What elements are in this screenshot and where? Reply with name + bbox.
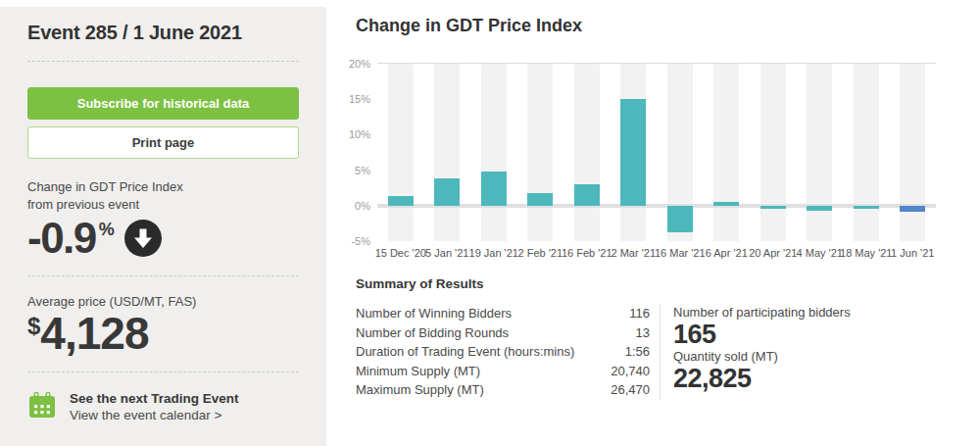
print-page-button[interactable]: Print page: [27, 126, 299, 159]
column-background-band: [760, 64, 786, 241]
x-axis-tick-label: 2 Mar '21: [611, 247, 656, 259]
y-axis-tick-label: 5%: [355, 165, 370, 176]
next-event-text: See the next Trading Event View the even…: [70, 390, 239, 423]
chart-bar[interactable]: [481, 172, 507, 206]
stat-value: 165: [673, 321, 934, 348]
chart-column: 16 Mar '21: [657, 64, 704, 241]
x-axis-tick-label: 4 May '21: [797, 247, 843, 259]
event-calendar-link[interactable]: View the event calendar >: [70, 407, 239, 423]
chart-bar[interactable]: [667, 206, 693, 233]
chart-bar[interactable]: [574, 184, 600, 206]
divider: [27, 61, 299, 62]
y-axis-tick-label: 0%: [355, 200, 370, 212]
summary-section: Summary of Results Number of Winning Bid…: [356, 276, 980, 400]
chart-bar[interactable]: [900, 206, 925, 213]
chart-column: 2 Mar '21: [611, 64, 658, 241]
chart-bar[interactable]: [760, 206, 786, 210]
chart-bar[interactable]: [434, 178, 460, 206]
x-axis-tick-label: 2 Feb '21: [517, 247, 563, 259]
x-axis-tick-label: 16 Feb '21: [562, 247, 612, 259]
change-index-label: Change in GDT Price Index from previous …: [27, 178, 299, 214]
column-background-band: [527, 64, 553, 241]
chart-bar[interactable]: [854, 206, 879, 210]
chart-column: 2 Feb '21: [517, 64, 564, 241]
change-value: -0.9: [27, 216, 96, 261]
column-background-band: [900, 64, 925, 241]
summary-row: Number of Winning Bidders116: [356, 304, 650, 323]
summary-row: Maximum Supply (MT)26,470: [356, 380, 650, 400]
sidebar: Event 285 / 1 June 2021 Subscribe for hi…: [0, 7, 326, 446]
divider: [27, 275, 299, 276]
summary-row: Number of Bidding Rounds13: [356, 323, 650, 343]
stat-label: Quantity sold (MT): [673, 348, 934, 365]
subscribe-button-label: Subscribe for historical data: [77, 96, 250, 111]
event-title: Event 285 / 1 June 2021: [27, 7, 299, 44]
summary-columns: Number of Winning Bidders116Number of Bi…: [356, 304, 980, 400]
down-arrow-icon: [124, 220, 162, 257]
chart-plot: 20%15%10%5%0%-5%15 Dec '205 Jan '2119 Ja…: [377, 63, 936, 240]
chart-title: Change in GDT Price Index: [356, 0, 980, 36]
summary-row: Duration of Trading Event (hours:mins)1:…: [356, 342, 650, 362]
average-price-label: Average price (USD/MT, FAS): [27, 294, 299, 309]
next-event-title[interactable]: See the next Trading Event: [70, 390, 239, 407]
currency-symbol: $: [27, 313, 40, 340]
change-value-row: -0.9 %: [27, 216, 299, 261]
x-axis-tick-label: 16 Mar '21: [655, 247, 706, 259]
chart-column: 19 Jan '21: [470, 64, 517, 241]
chart-column: 18 May '21: [843, 64, 890, 241]
divider: [27, 372, 299, 372]
print-page-button-label: Print page: [132, 135, 195, 150]
column-background-band: [388, 64, 414, 241]
stat-value: 22,825: [673, 365, 934, 392]
y-axis-tick-label: 20%: [349, 58, 370, 70]
summary-row-label: Number of Winning Bidders: [356, 304, 512, 323]
chart-column: 16 Feb '21: [564, 64, 611, 241]
x-axis-tick-label: 18 May '21: [840, 247, 892, 259]
column-background-band: [854, 64, 879, 241]
chart-column: 15 Dec '20: [377, 64, 424, 241]
summary-row-value: 20,740: [611, 362, 650, 381]
chart-bar[interactable]: [620, 99, 646, 206]
main-content: Change in GDT Price Index 20%15%10%5%0%-…: [326, 0, 980, 446]
summary-row-label: Maximum Supply (MT): [356, 380, 484, 400]
chart-bar[interactable]: [388, 196, 414, 205]
chart-bar[interactable]: [713, 202, 739, 206]
next-trading-event-link[interactable]: See the next Trading Event View the even…: [27, 390, 299, 423]
average-price-row: $ 4,128: [27, 310, 299, 357]
stat-label: Number of participating bidders: [673, 304, 934, 321]
summary-title: Summary of Results: [356, 276, 980, 291]
column-background-band: [807, 64, 832, 241]
gdt-price-index-chart: 20%15%10%5%0%-5%15 Dec '205 Jan '2119 Ja…: [356, 63, 980, 240]
column-background-band: [713, 64, 739, 241]
column-background-band: [574, 64, 600, 241]
chart-column: 1 Jun '21: [890, 64, 937, 241]
summary-row-value: 26,470: [611, 380, 650, 400]
chart-column: 4 May '21: [797, 64, 844, 241]
change-unit: %: [99, 220, 115, 240]
x-axis-tick-label: 20 Apr '21: [749, 247, 797, 259]
chart-column: 20 Apr '21: [750, 64, 797, 241]
chart-bar[interactable]: [527, 193, 553, 206]
summary-row-label: Number of Bidding Rounds: [356, 323, 509, 343]
x-axis-tick-label: 19 Jan '21: [469, 247, 518, 259]
summary-row: Minimum Supply (MT)20,740: [356, 362, 650, 381]
y-axis-tick-label: 10%: [349, 128, 370, 140]
x-axis-tick-label: 1 Jun '21: [891, 247, 934, 259]
calendar-icon: [27, 390, 57, 420]
subscribe-button[interactable]: Subscribe for historical data: [27, 87, 299, 120]
average-price-value: 4,128: [40, 310, 148, 357]
zero-line: [377, 204, 936, 208]
chart-column: 5 Jan '21: [424, 64, 471, 241]
y-axis-tick-label: 15%: [349, 93, 370, 105]
column-background-band: [481, 64, 507, 241]
gdt-event-results-page: Event 285 / 1 June 2021 Subscribe for hi…: [0, 0, 980, 446]
column-background-band: [434, 64, 460, 241]
summary-row-value: 116: [629, 304, 650, 323]
x-axis-tick-label: 5 Jan '21: [425, 247, 468, 259]
x-axis-tick-label: 6 Apr '21: [706, 247, 748, 259]
summary-row-label: Duration of Trading Event (hours:mins): [356, 342, 574, 362]
chart-bar[interactable]: [807, 206, 832, 211]
summary-row-value: 1:56: [625, 342, 650, 362]
chart-column: 6 Apr '21: [704, 64, 751, 241]
x-axis-tick-label: 15 Dec '20: [375, 247, 426, 259]
